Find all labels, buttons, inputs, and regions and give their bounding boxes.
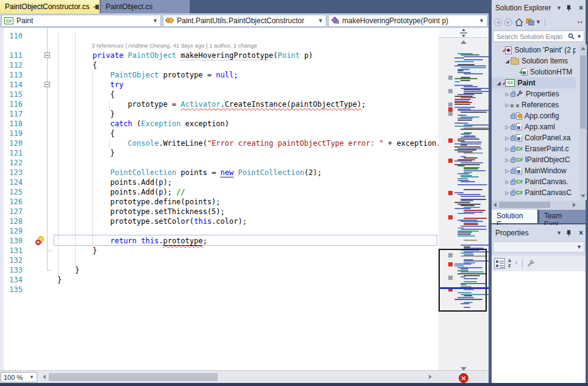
scroll-right-arrow[interactable] (429, 374, 432, 379)
tree-item[interactable]: ▷References (492, 99, 576, 110)
code-line[interactable]: 112 { (0, 60, 439, 70)
home-icon[interactable] (515, 18, 523, 26)
tree-item[interactable]: ▷App.xaml (492, 121, 576, 132)
code-line[interactable]: 129 (0, 226, 439, 236)
expander-icon[interactable]: ◢ (495, 80, 502, 86)
expander-icon[interactable]: ▷ (504, 102, 511, 108)
code-line[interactable]: 119 { (0, 129, 439, 138)
zoom-dropdown[interactable]: 100 % ▼ (1, 372, 37, 382)
code-line[interactable]: 131 } (0, 246, 439, 256)
error-status-icon[interactable]: ✕ (459, 373, 468, 383)
tab-paintobject[interactable]: PaintObject.cs (101, 0, 190, 13)
scroll-left-arrow[interactable] (493, 202, 497, 207)
alphabetical-sort-icon[interactable]: AZ↓ (508, 259, 518, 268)
expander-icon[interactable]: ▷ (504, 91, 511, 97)
search-icon[interactable] (568, 33, 575, 40)
code-line[interactable]: 122 (0, 158, 439, 168)
solution-search-box[interactable]: ▼ (493, 30, 584, 42)
object-selector-dropdown[interactable]: ▼ (493, 241, 584, 252)
tree-horizontal-scrollbar[interactable] (492, 201, 586, 209)
scroll-right-arrow[interactable] (573, 202, 576, 207)
code-line[interactable]: 121 } (0, 148, 439, 158)
properties-titlebar[interactable]: Properties ▼ × (492, 226, 586, 240)
code-lines[interactable]: 1103 references | Andrew Cheung, 41 days… (0, 31, 439, 295)
tree-item[interactable]: ▷C#IPaintObjectC (492, 154, 576, 165)
expander-icon[interactable]: ▷ (504, 179, 511, 185)
pin-icon[interactable] (93, 4, 99, 10)
tab-paintobjectconstructor[interactable]: PaintObjectConstructor.cs × (0, 0, 100, 13)
code-line[interactable]: 114 try (0, 80, 439, 90)
expander-icon[interactable]: ▷ (504, 157, 511, 163)
code-line[interactable]: 126 prototype.define(points); (0, 197, 439, 207)
tree-item[interactable]: ▷C#EraserPaint.c (492, 143, 576, 154)
tree-item[interactable]: ▷Properties (492, 88, 576, 99)
tree-item[interactable]: ◢Solution Items (492, 55, 576, 66)
code-line[interactable]: 118 catch (Exception exception) (0, 119, 439, 129)
scroll-up-arrow[interactable] (581, 47, 586, 50)
scrollbar-thumb[interactable] (580, 55, 586, 129)
expander-icon[interactable]: ▷ (504, 124, 511, 130)
minimap-viewport[interactable] (439, 249, 487, 312)
code-line[interactable]: 130 return this.prototype; (0, 236, 439, 246)
tree-vertical-scrollbar[interactable] (579, 45, 587, 200)
pin-icon[interactable] (566, 230, 572, 237)
code-line[interactable]: 110 (0, 31, 439, 41)
codelens-row[interactable]: 3 references | Andrew Cheung, 41 days ag… (0, 41, 439, 51)
search-input[interactable] (495, 32, 568, 41)
code-line[interactable]: 124 points.Add(p); (0, 177, 439, 187)
back-button[interactable]: ◄ (494, 18, 502, 26)
tree-item[interactable]: ▷ColorPanel.xa (492, 132, 576, 143)
scroll-up-arrow[interactable] (461, 40, 467, 44)
expander-icon[interactable]: ◢ (504, 59, 511, 64)
wrench-icon[interactable] (527, 260, 535, 268)
tree-item[interactable]: ▷C#PaintCanvasC (492, 187, 576, 198)
scroll-left-arrow[interactable] (43, 374, 46, 379)
toolbar-overflow-icon[interactable]: •• (578, 19, 583, 26)
code-editor[interactable]: 1103 references | Andrew Cheung, 41 days… (0, 28, 489, 370)
code-line[interactable]: 123 PointCollection points = new PointCo… (0, 168, 439, 177)
project-dropdown[interactable]: C# Paint ▼ (1, 15, 161, 27)
code-line[interactable]: 135 (0, 285, 439, 295)
expander-icon[interactable]: ▷ (504, 146, 511, 152)
scrollbar-thumb[interactable] (499, 202, 550, 208)
categorized-view-icon[interactable] (494, 258, 505, 269)
tab-team-explorer[interactable]: Team Expl... (539, 210, 586, 223)
expander-icon[interactable]: ▷ (504, 135, 511, 141)
pin-icon[interactable] (566, 5, 572, 12)
tree-item[interactable]: App.config (492, 110, 576, 121)
tree-item[interactable]: ✓Solution 'Paint' (2 p (492, 45, 576, 55)
code-line[interactable]: 132 (0, 256, 439, 265)
member-dropdown[interactable]: makeHoveringPrototype(Point p) ▼ (328, 15, 487, 27)
scroll-down-arrow[interactable] (461, 367, 467, 371)
solution-explorer-titlebar[interactable]: Solution Explorer ▼ × (492, 0, 586, 15)
code-line[interactable]: 117 } (0, 109, 439, 119)
chevron-down-icon[interactable]: ▼ (576, 34, 582, 40)
window-menu-icon[interactable]: ▼ (556, 230, 562, 236)
code-line[interactable]: 115 { (0, 90, 439, 99)
code-line[interactable]: 127 prototype.setThickness(5); (0, 207, 439, 216)
code-line[interactable]: 111 private PaintObject makeHoveringProt… (0, 51, 439, 60)
code-line[interactable]: 116 prototype = Activator.CreateInstance… (0, 99, 439, 109)
tree-item[interactable]: ▷C#PaintCanvas. (492, 176, 576, 187)
expander-icon[interactable]: ▷ (504, 168, 511, 174)
code-line[interactable]: 125 points.Add(p); // (0, 187, 439, 197)
type-dropdown[interactable]: Paint.PaintUtils.PaintObjectConstructor … (163, 15, 326, 27)
expander-icon[interactable]: ▷ (504, 190, 511, 196)
sync-view-icon[interactable]: ▼ (526, 18, 541, 26)
splitter-handle[interactable] (439, 28, 489, 38)
close-icon[interactable]: × (579, 229, 583, 237)
code-line[interactable]: 120 Console.WriteLine("Error creating pa… (0, 138, 439, 148)
close-icon[interactable]: × (579, 4, 583, 12)
tree-item[interactable]: +SolutionHTM (492, 66, 576, 77)
forward-button[interactable]: ► (504, 18, 512, 26)
scroll-down-arrow[interactable] (581, 195, 586, 198)
code-line[interactable]: 128 prototype.setColor(this.color); (0, 216, 439, 226)
horizontal-scrollbar-thumb[interactable] (49, 373, 218, 381)
code-line[interactable]: 113 PaintObject prototype = null; (0, 70, 439, 80)
tree-item[interactable]: ◢✓C#Paint (492, 77, 576, 88)
minimap-scrollbar[interactable] (439, 28, 489, 370)
lightbulb-error-icon[interactable]: ✕ (36, 236, 46, 245)
window-menu-icon[interactable]: ▼ (556, 5, 562, 11)
code-line[interactable]: 133 } (0, 265, 439, 275)
tree-item[interactable]: ▷MainWindow (492, 165, 576, 176)
